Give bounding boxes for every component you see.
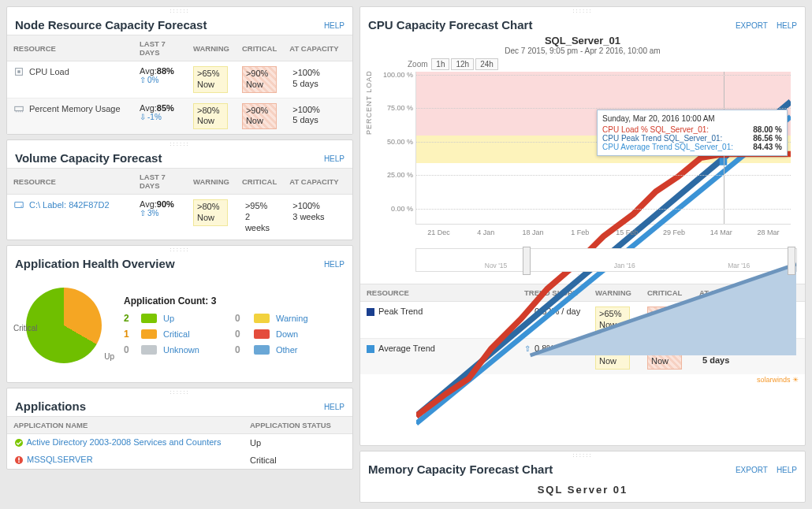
drag-handle[interactable]: ::::::: [7, 388, 352, 395]
status-link[interactable]: Unknown: [163, 345, 230, 355]
svg-point-8: [20, 206, 22, 207]
pie-label-up: Up: [104, 352, 114, 361]
series-swatch-icon: [367, 345, 374, 353]
status-icon: [13, 455, 24, 466]
panel-title: Applications: [15, 399, 86, 413]
y-tick: 25.00 %: [374, 171, 413, 179]
help-link[interactable]: HELP: [324, 154, 345, 163]
col-app-name: APPLICATION NAME: [7, 417, 244, 434]
app-count-label: Application Count: 3: [124, 295, 343, 307]
applications-table: APPLICATION NAME APPLICATION STATUS Acti…: [7, 416, 352, 469]
status-badge-icon: [141, 314, 157, 323]
col-warning: WARNING: [187, 35, 236, 61]
col-resource: RESOURCE: [7, 35, 133, 61]
trend-arrow-up-icon: 3%: [140, 209, 181, 217]
count: 0: [124, 344, 136, 355]
count: 0: [235, 313, 249, 324]
panel-app-health: :::::: Application Health Overview HELP …: [6, 245, 353, 383]
svg-rect-2: [15, 106, 24, 110]
range-handle-right[interactable]: [788, 247, 795, 275]
table-row: CPU Load Avg:88% 0% >65%Now >90%Now >100…: [7, 61, 352, 98]
count: 1: [124, 329, 136, 340]
drag-handle[interactable]: ::::::: [360, 7, 805, 13]
status-link[interactable]: Critical: [163, 329, 230, 339]
panel-title: Node Resource Capacity Forecast: [15, 18, 207, 32]
drag-handle[interactable]: ::::::: [7, 140, 352, 147]
cpu-icon: [13, 66, 24, 77]
resource-name: Percent Memory Usage: [29, 104, 121, 113]
table-row: Percent Memory Usage Avg:85% -1% >80%Now…: [7, 98, 352, 134]
export-link[interactable]: EXPORT: [736, 21, 768, 30]
status-badge-icon: [254, 314, 270, 323]
status-icon: [13, 437, 24, 448]
zoom-label: Zoom: [408, 60, 428, 69]
status-badge-icon: [141, 345, 157, 355]
range-handle-left[interactable]: [523, 247, 531, 275]
pie-label-critical: Critical: [13, 324, 38, 333]
table-row: MSSQLSERVER Critical: [7, 451, 352, 469]
application-status: Up: [244, 434, 352, 452]
pie-chart: Critical Up: [17, 278, 111, 373]
x-tick: 14 Mar: [710, 228, 732, 236]
application-link[interactable]: MSSQLSERVER: [27, 455, 93, 464]
svg-rect-7: [15, 202, 24, 208]
panel-title: Volume Capacity Forecast: [15, 151, 162, 165]
count: 2: [124, 313, 136, 324]
status-link[interactable]: Warning: [276, 314, 343, 323]
drag-handle[interactable]: ::::::: [360, 451, 805, 458]
y-tick: 0.00 %: [374, 205, 413, 213]
svg-rect-1: [17, 70, 20, 73]
help-link[interactable]: HELP: [777, 21, 797, 30]
y-tick: 50.00 %: [374, 138, 413, 146]
status-badge-icon: [141, 329, 157, 339]
resource-name: CPU Load: [29, 67, 69, 76]
col-atcap: AT CAPACITY: [283, 35, 352, 61]
cpu-chart-plot[interactable]: PERCENT LOAD Sunday, Mar 2: [367, 72, 799, 245]
panel-title: Application Health Overview: [15, 257, 175, 270]
count: 0: [235, 344, 249, 355]
trend-arrow-up-icon: 0%: [140, 76, 181, 84]
status-link[interactable]: Up: [163, 314, 230, 323]
brand-label: solarwinds ☀: [360, 374, 805, 387]
drag-handle[interactable]: ::::::: [7, 246, 352, 252]
memory-icon: [13, 103, 24, 114]
status-link[interactable]: Down: [276, 329, 343, 339]
panel-volume: :::::: Volume Capacity Forecast HELP RES…: [6, 139, 353, 240]
series-swatch-icon: [367, 308, 374, 316]
panel-node-resource: :::::: Node Resource Capacity Forecast H…: [6, 6, 353, 135]
application-link[interactable]: Active Directory 2003-2008 Services and …: [26, 437, 221, 447]
x-tick: 21 Dec: [427, 228, 450, 236]
x-tick: 1 Feb: [571, 228, 589, 236]
col-last7: LAST 7 DAYS: [133, 35, 187, 61]
panel-memory-chart: :::::: Memory Capacity Forecast Chart EX…: [359, 451, 806, 503]
panel-title: Memory Capacity Forecast Chart: [368, 463, 553, 476]
application-status: Critical: [244, 451, 352, 469]
x-tick: 18 Jan: [522, 228, 543, 236]
panel-applications: :::::: Applications HELP APPLICATION NAM…: [6, 388, 353, 470]
x-tick: 15 Feb: [616, 228, 638, 236]
zoom-button[interactable]: 12h: [451, 58, 474, 70]
help-link[interactable]: HELP: [777, 466, 797, 474]
status-badge-icon: [254, 329, 270, 339]
drag-handle[interactable]: ::::::: [7, 7, 352, 13]
export-link[interactable]: EXPORT: [736, 466, 768, 474]
zoom-button[interactable]: 24h: [475, 58, 498, 70]
zoom-button[interactable]: 1h: [431, 58, 449, 70]
range-selector[interactable]: Nov '15 Jan '16 Mar '16: [415, 248, 797, 272]
volume-link[interactable]: C:\ Label: 842F87D2: [29, 200, 110, 210]
help-link[interactable]: HELP: [324, 403, 345, 411]
chart-server-name: SQL_Server_01: [360, 35, 805, 46]
col-app-status: APPLICATION STATUS: [244, 417, 352, 434]
status-link[interactable]: Other: [276, 345, 343, 355]
svg-point-9: [15, 439, 23, 447]
node-resource-table: RESOURCE LAST 7 DAYS WARNING CRITICAL AT…: [7, 35, 352, 134]
mem-chart-server: SQL Server 01: [360, 479, 805, 502]
x-tick: 4 Jan: [477, 228, 494, 236]
y-tick: 100.00 %: [374, 71, 413, 79]
panel-cpu-chart: :::::: CPU Capacity Forecast Chart EXPOR…: [359, 6, 806, 446]
svg-rect-12: [18, 462, 20, 463]
col-critical: CRITICAL: [236, 35, 283, 61]
help-link[interactable]: HELP: [324, 21, 345, 30]
help-link[interactable]: HELP: [324, 260, 345, 269]
y-axis-label: PERCENT LOAD: [365, 70, 373, 135]
